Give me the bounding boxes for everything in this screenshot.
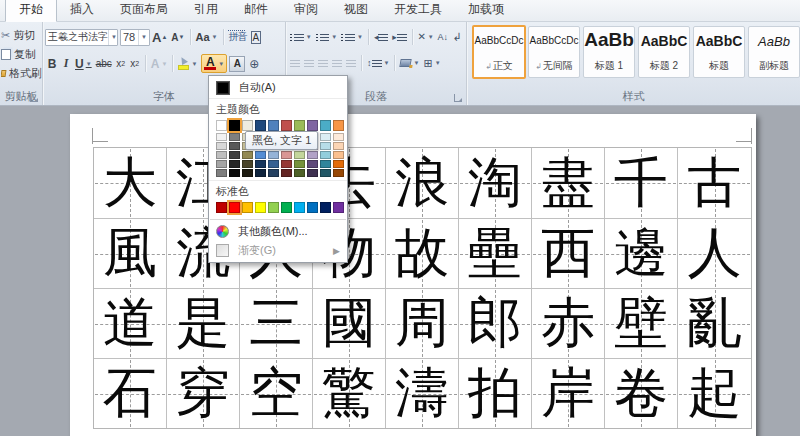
- bullets-button[interactable]: ▼: [288, 28, 314, 46]
- grid-cell-1-0[interactable]: 風: [94, 219, 167, 289]
- italic-button[interactable]: I: [59, 55, 73, 73]
- font-name-combo[interactable]: 王羲之书法字 ▼: [45, 29, 118, 46]
- shrink-font-button[interactable]: A▼: [169, 28, 186, 46]
- grid-cell-1-5[interactable]: 壘: [459, 219, 532, 289]
- grid-cell-3-5[interactable]: 拍: [459, 359, 532, 428]
- theme-tint-swatch-5-2[interactable]: [281, 151, 292, 159]
- increase-indent-button[interactable]: ▸: [390, 28, 408, 46]
- theme-color-swatch-2[interactable]: [242, 120, 253, 131]
- theme-color-swatch-1[interactable]: [229, 120, 240, 131]
- standard-color-swatch-7[interactable]: [307, 202, 318, 213]
- shading-button[interactable]: ▼: [398, 54, 421, 72]
- bold-button[interactable]: B: [45, 55, 59, 73]
- theme-tint-swatch-4-2[interactable]: [268, 151, 279, 159]
- theme-tint-swatch-5-4[interactable]: [281, 169, 292, 177]
- grid-cell-0-5[interactable]: 淘: [459, 148, 532, 219]
- theme-tint-swatch-7-4[interactable]: [307, 169, 318, 177]
- tab-3[interactable]: 引用: [181, 0, 231, 21]
- asian-layout-button[interactable]: ✕▼: [416, 28, 436, 46]
- font-color-dropdown-arrow[interactable]: ▼: [218, 61, 224, 67]
- grid-cell-0-6[interactable]: 盡: [532, 148, 605, 219]
- grid-cell-3-6[interactable]: 岸: [532, 359, 605, 428]
- cut-button[interactable]: ✂剪切: [1, 27, 42, 43]
- tab-2[interactable]: 页面布局: [107, 0, 181, 21]
- format-painter-button[interactable]: 格式刷: [1, 65, 42, 81]
- theme-tint-swatch-6-3[interactable]: [294, 160, 305, 168]
- theme-tint-swatch-1-3[interactable]: [229, 160, 240, 168]
- grid-cell-2-8[interactable]: 亂: [678, 289, 751, 359]
- superscript-button[interactable]: x2: [128, 55, 142, 73]
- theme-tint-swatch-0-1[interactable]: [216, 142, 227, 150]
- standard-color-swatch-5[interactable]: [281, 202, 292, 213]
- grid-cell-0-0[interactable]: 大: [94, 148, 167, 219]
- grid-cell-1-6[interactable]: 西: [532, 219, 605, 289]
- theme-tint-swatch-2-4[interactable]: [242, 169, 253, 177]
- grid-cell-1-7[interactable]: 邊: [605, 219, 678, 289]
- theme-tint-swatch-0-0[interactable]: [216, 133, 227, 141]
- standard-color-swatch-1[interactable]: [229, 202, 240, 213]
- theme-tint-swatch-7-2[interactable]: [307, 151, 318, 159]
- theme-tint-swatch-0-2[interactable]: [216, 151, 227, 159]
- style-card-2[interactable]: AaBb标题 1: [583, 26, 635, 78]
- standard-color-swatch-4[interactable]: [268, 202, 279, 213]
- theme-color-swatch-8[interactable]: [320, 120, 331, 131]
- style-card-0[interactable]: AaBbCcDc↲正文: [472, 25, 526, 79]
- tab-8[interactable]: 加载项: [455, 0, 517, 21]
- standard-color-swatch-9[interactable]: [333, 202, 344, 213]
- line-spacing-button[interactable]: ↕▼: [365, 54, 391, 72]
- theme-color-swatch-5[interactable]: [281, 120, 292, 131]
- theme-tint-swatch-6-2[interactable]: [294, 151, 305, 159]
- text-highlight-button[interactable]: ▼: [176, 55, 199, 73]
- theme-color-swatch-0[interactable]: [216, 120, 227, 131]
- theme-tint-swatch-8-4[interactable]: [320, 169, 331, 177]
- theme-tint-swatch-1-0[interactable]: [229, 133, 240, 141]
- grid-cell-3-1[interactable]: 穿: [167, 359, 240, 428]
- theme-tint-swatch-7-3[interactable]: [307, 160, 318, 168]
- grid-cell-3-3[interactable]: 驚: [313, 359, 386, 428]
- grid-cell-0-8[interactable]: 古: [678, 148, 751, 219]
- underline-button[interactable]: U▼: [73, 55, 94, 73]
- theme-tint-swatch-3-4[interactable]: [255, 169, 266, 177]
- theme-tint-swatch-9-3[interactable]: [333, 160, 344, 168]
- theme-color-swatch-4[interactable]: [268, 120, 279, 131]
- theme-tint-swatch-2-2[interactable]: [242, 151, 253, 159]
- strikethrough-button[interactable]: abc: [94, 55, 114, 73]
- phonetic-guide-button[interactable]: 拼音: [227, 28, 249, 46]
- theme-tint-swatch-1-2[interactable]: [229, 151, 240, 159]
- standard-color-swatch-6[interactable]: [294, 202, 305, 213]
- grid-cell-2-2[interactable]: 三: [240, 289, 313, 359]
- grid-cell-1-8[interactable]: 人: [678, 219, 751, 289]
- grid-cell-2-6[interactable]: 赤: [532, 289, 605, 359]
- theme-color-swatch-6[interactable]: [294, 120, 305, 131]
- theme-color-swatch-7[interactable]: [307, 120, 318, 131]
- grid-cell-2-1[interactable]: 是: [167, 289, 240, 359]
- theme-tint-swatch-8-0[interactable]: [320, 133, 331, 141]
- grid-cell-1-4[interactable]: 故: [386, 219, 459, 289]
- font-color-button[interactable]: A ▼: [201, 54, 227, 73]
- subscript-button[interactable]: x2: [114, 55, 128, 73]
- tab-5[interactable]: 审阅: [281, 0, 331, 21]
- grid-cell-2-5[interactable]: 郎: [459, 289, 532, 359]
- grid-cell-0-4[interactable]: 浪: [386, 148, 459, 219]
- document-page[interactable]: 大江東去浪淘盡千古風流人物故壘西邊人道是三國周郎赤壁亂石穿空驚濤拍岸卷起: [70, 114, 756, 436]
- menu-item-automatic[interactable]: 自动(A): [209, 78, 347, 97]
- tab-0-active[interactable]: 开始: [5, 0, 57, 22]
- style-card-1[interactable]: AaBbCcDc↲无间隔: [528, 26, 580, 78]
- grid-cell-3-4[interactable]: 濤: [386, 359, 459, 428]
- chevron-down-icon[interactable]: ▼: [138, 30, 147, 45]
- tab-6[interactable]: 视图: [331, 0, 381, 21]
- tab-1[interactable]: 插入: [57, 0, 107, 21]
- standard-color-swatch-8[interactable]: [320, 202, 331, 213]
- style-card-5[interactable]: AaBb副标题: [748, 26, 800, 78]
- grow-font-button[interactable]: A▲: [150, 28, 169, 46]
- decrease-indent-button[interactable]: ◂: [372, 28, 390, 46]
- standard-color-swatch-0[interactable]: [216, 202, 227, 213]
- grid-cell-2-3[interactable]: 國: [313, 289, 386, 359]
- theme-tint-swatch-1-4[interactable]: [229, 169, 240, 177]
- theme-tint-swatch-3-2[interactable]: [255, 151, 266, 159]
- grid-cell-3-2[interactable]: 空: [240, 359, 313, 428]
- grid-cell-0-7[interactable]: 千: [605, 148, 678, 219]
- theme-tint-swatch-2-3[interactable]: [242, 160, 253, 168]
- theme-color-swatch-9[interactable]: [333, 120, 344, 131]
- sort-button[interactable]: A↓: [436, 28, 450, 46]
